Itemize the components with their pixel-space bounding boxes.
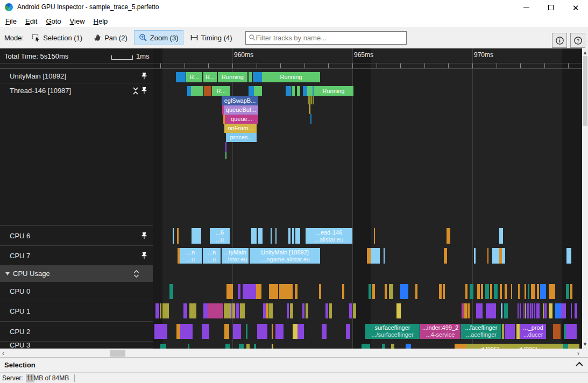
slice[interactable] bbox=[292, 228, 294, 244]
slice[interactable] bbox=[258, 228, 263, 244]
slice[interactable] bbox=[391, 344, 394, 349]
slice[interactable] bbox=[518, 284, 520, 299]
slice-d-995[interactable]: ...d [995] bbox=[509, 344, 542, 349]
slice[interactable] bbox=[286, 86, 291, 96]
slice-r[interactable]: R... bbox=[186, 72, 202, 82]
slice[interactable] bbox=[187, 86, 191, 96]
slice[interactable] bbox=[322, 324, 327, 339]
slice[interactable] bbox=[310, 114, 311, 124]
pin-icon[interactable] bbox=[140, 72, 148, 82]
slice[interactable] bbox=[464, 303, 467, 318]
slice[interactable] bbox=[439, 284, 442, 299]
slice[interactable] bbox=[208, 303, 223, 318]
mode-button-zoom-3[interactable]: Zoom (3) bbox=[134, 30, 183, 45]
slice[interactable] bbox=[176, 324, 180, 339]
slice[interactable] bbox=[537, 284, 539, 299]
slice[interactable] bbox=[191, 86, 203, 96]
slice[interactable] bbox=[523, 303, 525, 318]
selection-collapse-button[interactable] bbox=[575, 360, 584, 370]
slice[interactable] bbox=[256, 284, 261, 299]
slice[interactable] bbox=[543, 303, 544, 318]
slice[interactable] bbox=[232, 303, 235, 318]
slice[interactable] bbox=[486, 303, 496, 318]
slice[interactable] bbox=[528, 303, 529, 318]
slice[interactable] bbox=[490, 284, 492, 299]
slice[interactable] bbox=[382, 344, 385, 349]
slice[interactable] bbox=[180, 324, 193, 339]
minimize-button[interactable] bbox=[514, 0, 539, 15]
slice-surfaceflinger[interactable]: surfaceflinger.../surfaceflinger bbox=[365, 324, 420, 339]
slice[interactable] bbox=[254, 344, 256, 349]
menu-item-view[interactable]: View bbox=[66, 16, 89, 26]
slice[interactable] bbox=[525, 303, 526, 318]
slice-running[interactable]: Running bbox=[314, 86, 353, 96]
slice[interactable] bbox=[257, 324, 267, 339]
slice[interactable] bbox=[346, 324, 350, 339]
slice[interactable] bbox=[505, 324, 515, 339]
slice[interactable] bbox=[204, 86, 211, 96]
slice[interactable] bbox=[530, 303, 532, 318]
pin-icon[interactable] bbox=[140, 87, 148, 97]
slice[interactable] bbox=[287, 303, 289, 318]
slice[interactable] bbox=[303, 86, 307, 96]
pin-icon[interactable] bbox=[140, 232, 148, 242]
slice-n[interactable]: ...n...u bbox=[180, 248, 202, 264]
slice[interactable] bbox=[415, 284, 417, 299]
slice[interactable] bbox=[353, 303, 356, 318]
slice-prod[interactable]: ..._prod...ducer bbox=[520, 324, 546, 339]
slice[interactable] bbox=[501, 303, 502, 318]
scroll-right-icon[interactable]: › bbox=[577, 350, 579, 357]
slice[interactable] bbox=[570, 284, 572, 299]
slice[interactable] bbox=[243, 284, 256, 299]
slice[interactable] bbox=[307, 86, 313, 96]
slice[interactable] bbox=[309, 104, 310, 114]
slice[interactable] bbox=[555, 303, 561, 318]
slice-6[interactable]: ...6...u bbox=[210, 228, 230, 244]
slice[interactable] bbox=[504, 303, 508, 318]
slice[interactable] bbox=[306, 303, 308, 318]
slice[interactable] bbox=[297, 324, 304, 339]
slice[interactable] bbox=[540, 284, 546, 299]
slice[interactable] bbox=[474, 248, 476, 264]
slice[interactable] bbox=[233, 324, 241, 339]
slice[interactable] bbox=[295, 284, 297, 299]
slice[interactable] bbox=[297, 86, 300, 96]
slice[interactable] bbox=[239, 344, 244, 349]
filter-tracks-input[interactable] bbox=[256, 34, 403, 42]
slice-tymain[interactable]: ...tyMain...lstar.eu bbox=[222, 248, 249, 264]
mode-button-timing-4[interactable]: Timing (4) bbox=[185, 30, 237, 45]
slice[interactable] bbox=[465, 284, 467, 299]
slice[interactable] bbox=[246, 344, 250, 349]
slice[interactable] bbox=[272, 324, 273, 339]
slice[interactable] bbox=[502, 324, 504, 339]
slice[interactable] bbox=[406, 344, 411, 349]
slice-d-995[interactable]: ...d [995] bbox=[466, 344, 509, 349]
slice[interactable] bbox=[224, 303, 231, 318]
vertical-scrollbar[interactable]: ▲ ▼ bbox=[582, 48, 588, 349]
slice-ead-146[interactable]: ...ead-146...allstar.eu bbox=[306, 228, 352, 244]
slice[interactable] bbox=[253, 72, 262, 82]
slice[interactable] bbox=[189, 303, 196, 318]
slice[interactable] bbox=[477, 284, 480, 299]
slice[interactable] bbox=[455, 344, 466, 349]
slice[interactable] bbox=[251, 228, 257, 244]
slice[interactable] bbox=[500, 284, 502, 299]
slice-faceflinger[interactable]: ...faceflinger...aceflinger bbox=[461, 324, 501, 339]
slice[interactable] bbox=[525, 284, 526, 299]
horizontal-scroll-thumb[interactable] bbox=[110, 350, 125, 357]
slice[interactable] bbox=[443, 284, 445, 299]
slice[interactable] bbox=[494, 284, 498, 299]
slice[interactable] bbox=[202, 324, 209, 339]
slice[interactable] bbox=[372, 284, 375, 299]
slice[interactable] bbox=[271, 228, 272, 244]
vertical-scroll-thumb[interactable] bbox=[583, 56, 587, 126]
timeline-canvas[interactable]: 960ms965ms970msR...R...RunningRunningR..… bbox=[153, 48, 582, 349]
slice[interactable] bbox=[371, 248, 380, 264]
slice[interactable] bbox=[575, 303, 577, 318]
slice[interactable] bbox=[290, 303, 293, 318]
slice[interactable] bbox=[492, 248, 499, 264]
slice[interactable] bbox=[162, 303, 169, 318]
slice[interactable] bbox=[568, 344, 579, 349]
slice[interactable] bbox=[369, 284, 371, 299]
slice[interactable] bbox=[527, 303, 528, 318]
